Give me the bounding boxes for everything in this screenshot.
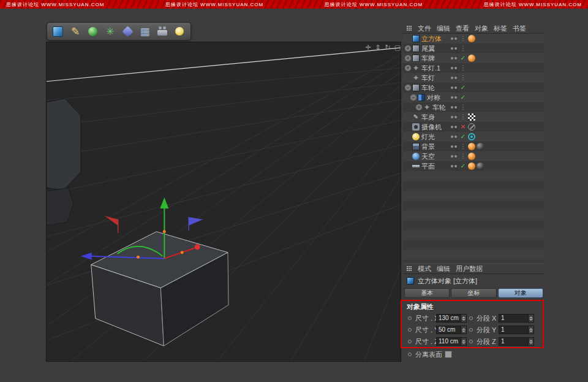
tab-coords[interactable]: 坐标	[451, 288, 496, 298]
object-row[interactable]: + 尾翼	[403, 44, 544, 53]
enable-toggle[interactable]	[459, 151, 467, 161]
expand-toggle-icon[interactable]: −	[405, 85, 411, 91]
zoom-icon[interactable]: ⇕	[374, 44, 382, 52]
visibility-toggles[interactable]	[451, 136, 457, 138]
menu-file[interactable]: 文件	[418, 24, 431, 33]
object-name[interactable]: 车轮	[432, 102, 446, 112]
menu-userdata[interactable]: 用户数据	[456, 264, 483, 273]
object-row[interactable]: 背景	[403, 142, 544, 151]
visibility-toggles[interactable]	[451, 106, 457, 109]
visibility-toggles[interactable]	[451, 165, 457, 167]
section-object-properties[interactable]: 对象属性	[404, 302, 541, 311]
segments-z-input[interactable]: 1	[499, 337, 534, 346]
menu-tags[interactable]: 标签	[494, 24, 507, 33]
object-name[interactable]: 摄像机	[421, 122, 442, 132]
pan-icon[interactable]: ✛	[364, 44, 372, 52]
enable-toggle[interactable]	[459, 161, 467, 171]
object-row[interactable]: 立方体	[403, 34, 544, 44]
spinner-control[interactable]	[461, 326, 466, 334]
spinner-control[interactable]	[461, 315, 466, 322]
tag-icon[interactable]	[468, 35, 475, 42]
expand-toggle-icon[interactable]: +	[405, 45, 411, 52]
perspective-viewport[interactable]	[46, 42, 401, 362]
enable-toggle[interactable]	[459, 122, 467, 132]
size-y-input[interactable]: 50 cm	[436, 326, 467, 334]
rotate-icon[interactable]: ↻	[383, 44, 392, 52]
enable-toggle[interactable]	[459, 44, 467, 53]
tag-icon[interactable]	[468, 162, 475, 170]
visibility-toggles[interactable]	[451, 145, 457, 148]
keyframe-dot[interactable]	[408, 316, 412, 320]
visibility-toggles[interactable]	[451, 77, 457, 79]
object-row[interactable]: + 车牌	[403, 53, 544, 63]
visibility-toggles[interactable]	[451, 37, 457, 40]
cube-tool-icon[interactable]	[50, 23, 66, 39]
segments-y-input[interactable]: 1	[499, 326, 534, 334]
visibility-toggles[interactable]	[451, 57, 457, 59]
bevel-tool-icon[interactable]	[120, 23, 135, 39]
enable-toggle[interactable]	[459, 112, 467, 122]
visibility-toggles[interactable]	[451, 155, 457, 158]
tag-icon[interactable]	[468, 113, 475, 121]
cube-object[interactable]	[91, 232, 228, 346]
object-row[interactable]: 摄像机	[403, 122, 544, 132]
object-row[interactable]: 灯光	[403, 132, 544, 142]
object-row[interactable]: + 车灯.1	[403, 63, 544, 73]
expand-toggle-icon[interactable]: +	[405, 55, 411, 61]
panel-grip-icon[interactable]	[407, 266, 412, 272]
knife-tool-icon[interactable]	[67, 23, 83, 39]
object-name[interactable]: 车牌	[421, 53, 435, 63]
size-x-input[interactable]: 130 cm	[436, 314, 467, 323]
tag-icon[interactable]	[477, 162, 484, 170]
keyframe-dot[interactable]	[408, 328, 412, 332]
visibility-toggles[interactable]	[451, 67, 457, 69]
object-row[interactable]: 平面	[403, 161, 544, 171]
tag-icon[interactable]	[468, 123, 475, 131]
object-row[interactable]: 天空	[403, 151, 544, 161]
object-name[interactable]: 灯光	[421, 132, 435, 142]
object-name[interactable]: 立方体	[421, 34, 442, 44]
menu-edit[interactable]: 编辑	[437, 264, 450, 273]
keyframe-dot[interactable]	[469, 328, 473, 332]
size-z-input[interactable]: 110 cm	[436, 337, 467, 346]
spinner-control[interactable]	[461, 338, 466, 345]
enable-toggle[interactable]	[459, 73, 467, 83]
visibility-toggles[interactable]	[451, 47, 457, 50]
camera-tool-icon[interactable]	[154, 23, 170, 39]
object-row[interactable]: 车身	[403, 112, 544, 122]
spinner-control[interactable]	[528, 326, 533, 334]
tag-icon[interactable]	[468, 143, 475, 150]
array-tool-icon[interactable]	[102, 23, 118, 39]
keyframe-dot[interactable]	[469, 316, 473, 320]
tag-icon[interactable]	[477, 143, 484, 150]
enable-toggle[interactable]	[459, 93, 467, 102]
tab-basic[interactable]: 基本	[404, 288, 450, 298]
enable-toggle[interactable]	[459, 83, 467, 93]
spinner-control[interactable]	[528, 315, 533, 322]
object-name[interactable]: 车身	[421, 112, 435, 122]
object-row[interactable]: − 车轮	[403, 83, 544, 93]
object-name[interactable]: 车轮	[421, 83, 435, 93]
tag-icon[interactable]	[468, 133, 475, 140]
tab-object[interactable]: 对象	[498, 288, 543, 298]
object-row[interactable]: 车灯	[403, 73, 544, 83]
enable-toggle[interactable]	[459, 132, 467, 142]
spinner-control[interactable]	[528, 338, 533, 345]
enable-toggle[interactable]	[459, 102, 467, 112]
visibility-toggles[interactable]	[451, 96, 457, 99]
enable-toggle[interactable]	[459, 142, 467, 151]
magnet-tool-icon[interactable]	[85, 23, 100, 39]
visibility-toggles[interactable]	[451, 126, 457, 128]
separate-surfaces-checkbox[interactable]	[445, 351, 452, 358]
panel-grip-icon[interactable]	[407, 26, 412, 31]
tag-icon[interactable]	[468, 55, 475, 62]
keyframe-dot[interactable]	[408, 340, 412, 343]
object-name[interactable]: 尾翼	[421, 44, 435, 53]
enable-toggle[interactable]	[459, 63, 467, 73]
segments-x-input[interactable]: 1	[499, 314, 534, 323]
menu-edit[interactable]: 编辑	[437, 24, 450, 33]
menu-objects[interactable]: 对象	[475, 24, 488, 33]
object-name[interactable]: 天空	[421, 151, 435, 161]
menu-mode[interactable]: 模式	[418, 264, 431, 273]
object-name[interactable]: 对称	[427, 93, 440, 102]
